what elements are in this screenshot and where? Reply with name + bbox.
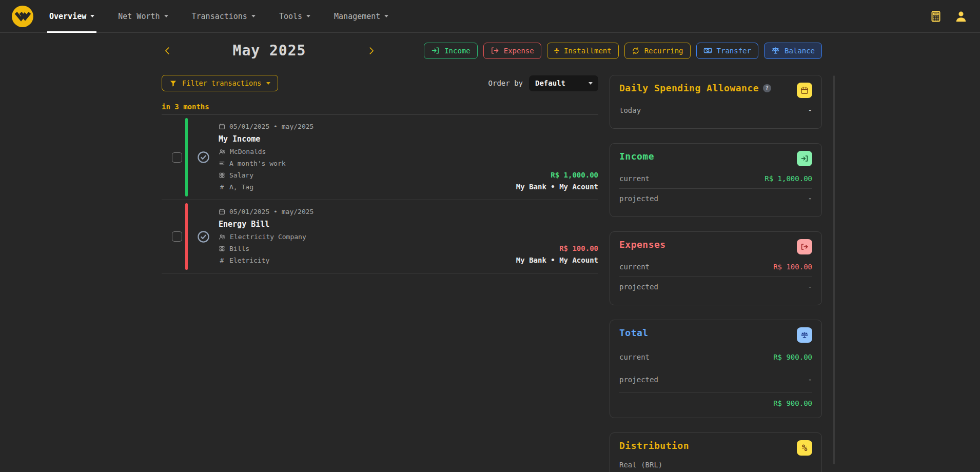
calculator-button[interactable] <box>929 9 943 24</box>
add-transfer-label: Transfer <box>717 47 751 55</box>
transactions-panel: Filter transactions Order by Default in … <box>162 75 598 472</box>
page-content: May 2025 Income Expense ÷ Installment Re… <box>162 42 822 472</box>
tag-hash-icon: # <box>219 181 225 193</box>
expenses-badge-icon <box>797 239 812 254</box>
user-avatar-icon <box>954 10 968 23</box>
total-projected-value: - <box>808 376 812 384</box>
allowance-row-label: today <box>619 106 641 114</box>
total-current-label: current <box>619 353 650 361</box>
add-transfer-button[interactable]: Transfer <box>696 43 758 59</box>
summary-sidebar: Daily Spending Allowance ? today - Incom… <box>610 75 822 472</box>
income-current-label: current <box>619 174 650 183</box>
transaction-row[interactable]: 05/01/2025 • may/2025 My Income McDonald… <box>162 115 598 200</box>
balance-label: Balance <box>785 47 815 55</box>
expenses-projected-label: projected <box>619 283 658 291</box>
quick-actions: Income Expense ÷ Installment Recurring T… <box>424 43 822 59</box>
distribution-card-title: Distribution <box>619 440 689 451</box>
total-final-value: R$ 900.00 <box>619 392 812 409</box>
transaction-account: My Bank • My Acount <box>516 254 598 266</box>
transaction-payee: McDonalds <box>230 146 266 158</box>
income-projected-value: - <box>808 194 812 203</box>
user-profile-button[interactable] <box>953 9 969 24</box>
month-navigation: May 2025 <box>162 42 377 59</box>
add-installment-button[interactable]: ÷ Installment <box>547 43 619 59</box>
nav-item-label: Transactions <box>192 12 247 21</box>
category-icon <box>219 245 225 252</box>
calendar-badge-icon <box>797 83 812 98</box>
add-installment-label: Installment <box>564 47 612 55</box>
divide-icon: ÷ <box>554 47 559 55</box>
expenses-projected-value: - <box>808 283 812 291</box>
transaction-checkbox[interactable] <box>172 231 182 242</box>
chevron-down-icon <box>90 15 94 17</box>
income-summary-card: Income current R$ 1,000.00 projected - <box>610 143 822 217</box>
calculator-icon <box>930 10 942 23</box>
recurring-refresh-icon <box>632 47 640 55</box>
nav-right-actions <box>929 9 969 24</box>
nav-item-net-worth[interactable]: Net Worth <box>118 0 168 33</box>
nav-item-label: Overview <box>49 12 86 21</box>
transaction-tags: Eletricity <box>229 254 269 266</box>
percent-badge-icon: % <box>797 440 812 456</box>
help-icon[interactable]: ? <box>763 84 771 92</box>
nav-item-label: Management <box>334 12 380 21</box>
transaction-title: Energy Bill <box>219 218 516 231</box>
distribution-card: Distribution % Real (BRL) <box>610 432 822 472</box>
income-projected-label: projected <box>619 194 658 203</box>
total-badge-icon <box>797 327 812 343</box>
previous-month-button[interactable] <box>162 45 174 57</box>
order-by-label: Order by <box>488 79 523 87</box>
nav-item-overview[interactable]: Overview <box>49 0 94 33</box>
daily-allowance-card: Daily Spending Allowance ? today - <box>610 75 822 129</box>
payee-icon <box>219 233 226 241</box>
nav-item-label: Tools <box>279 12 302 21</box>
category-icon <box>219 172 225 179</box>
nav-item-transactions[interactable]: Transactions <box>192 0 256 33</box>
total-current-value: R$ 900.00 <box>773 353 812 361</box>
daily-allowance-title: Daily Spending Allowance <box>619 83 759 93</box>
total-card-title: Total <box>619 327 649 338</box>
transaction-payee: Electricity Company <box>230 231 306 243</box>
income-card-title: Income <box>619 151 654 162</box>
confirm-check-icon[interactable] <box>197 230 210 244</box>
transaction-checkbox[interactable] <box>172 152 182 163</box>
chevron-down-icon <box>266 82 270 85</box>
add-recurring-button[interactable]: Recurring <box>624 43 691 59</box>
balance-button[interactable]: Balance <box>764 43 822 59</box>
transaction-description: A month's work <box>229 158 286 169</box>
money-transfer-icon <box>703 46 712 55</box>
transaction-category: Bills <box>229 243 249 254</box>
income-current-value: R$ 1,000.00 <box>765 174 812 183</box>
add-income-button[interactable]: Income <box>424 43 478 59</box>
add-expense-button[interactable]: Expense <box>483 43 541 59</box>
add-recurring-label: Recurring <box>644 47 683 55</box>
expenses-summary-card: Expenses current R$ 100.00 projected - <box>610 231 822 305</box>
distribution-currency-label: Real (BRL) <box>619 461 812 469</box>
allowance-row-value: - <box>808 106 812 114</box>
transaction-category: Salary <box>229 169 253 181</box>
total-summary-card: Total current R$ 900.00 projected - R$ 9… <box>610 320 822 418</box>
expense-arrow-icon <box>491 46 499 55</box>
add-income-label: Income <box>444 47 471 55</box>
calendar-icon <box>219 208 225 215</box>
transaction-tags: A, Tag <box>229 181 253 193</box>
filter-transactions-button[interactable]: Filter transactions <box>162 75 278 91</box>
expenses-card-title: Expenses <box>619 239 666 250</box>
funnel-icon <box>169 80 177 87</box>
confirm-check-icon[interactable] <box>197 150 210 164</box>
income-badge-icon <box>797 151 812 166</box>
expenses-current-value: R$ 100.00 <box>773 263 812 271</box>
transaction-group-label: in 3 months <box>162 103 598 111</box>
app-logo-icon[interactable] <box>11 5 34 28</box>
nav-item-management[interactable]: Management <box>334 0 388 33</box>
expenses-current-label: current <box>619 263 650 271</box>
total-projected-label: projected <box>619 376 658 384</box>
sidebar-scrollbar[interactable] <box>833 75 835 464</box>
scales-icon <box>771 46 780 55</box>
chevron-down-icon <box>164 15 168 17</box>
transaction-account: My Bank • My Acount <box>516 181 598 193</box>
transaction-row[interactable]: 05/01/2025 • may/2025 Energy Bill Electr… <box>162 200 598 273</box>
nav-item-tools[interactable]: Tools <box>279 0 310 33</box>
order-by-select[interactable]: Default <box>529 75 598 91</box>
next-month-button[interactable] <box>365 45 377 57</box>
